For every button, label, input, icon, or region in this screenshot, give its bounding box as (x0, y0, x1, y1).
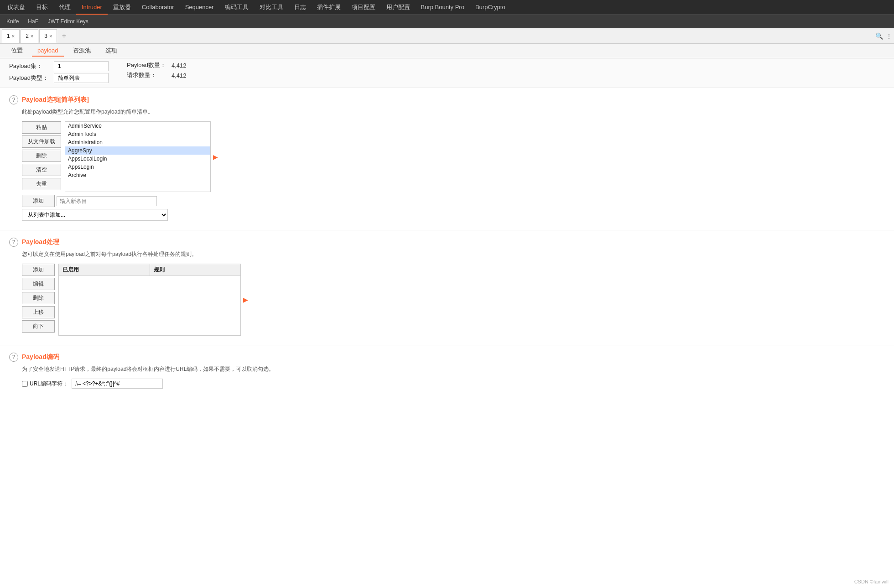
url-encode-label-text: URL编码字符： (30, 380, 68, 388)
sub-tab-options[interactable]: 选项 (100, 45, 123, 57)
delete-button[interactable]: 删除 (22, 150, 61, 162)
sub-tab-payload[interactable]: payload (32, 45, 64, 57)
list-item[interactable]: AppsLocalLogin (65, 155, 210, 163)
payload-set-select[interactable]: 1 (54, 61, 109, 71)
payload-set-row: Payload集： 1 (9, 61, 109, 71)
menu-item-project-config[interactable]: 项目配置 (346, 0, 381, 15)
processing-table-header: 已启用 规则 (59, 264, 240, 276)
request-count-label: 请求数量： (127, 71, 168, 79)
payload-processing-desc: 您可以定义在使用payload之前对每个payload执行各种处理任务的规则。 (22, 250, 885, 258)
processing-up-button[interactable]: 上移 (22, 306, 55, 318)
payload-processing-section: ? Payload处理 您可以定义在使用payload之前对每个payload执… (0, 230, 894, 345)
clear-button[interactable]: 清空 (22, 164, 61, 176)
tool-hae[interactable]: HaE (23, 15, 43, 28)
menu-item-logger[interactable]: 日志 (289, 0, 312, 15)
menu-item-user-config[interactable]: 用户配置 (381, 0, 416, 15)
processing-scroll-arrow[interactable]: ▶ (243, 296, 248, 303)
processing-add-button[interactable]: 添加 (22, 264, 55, 276)
paste-button[interactable]: 粘贴 (22, 121, 61, 134)
payload-type-row: Payload类型： 简单列表 (9, 73, 109, 83)
add-entry-input[interactable] (57, 196, 157, 206)
processing-edit-button[interactable]: 编辑 (22, 278, 55, 290)
payload-count-label: Payload数量： (127, 61, 168, 69)
tab-1-close[interactable]: × (12, 29, 15, 43)
payload-encoding-help-icon[interactable]: ? (9, 353, 18, 362)
list-item[interactable]: AdminTools (65, 130, 210, 138)
menu-item-repeater[interactable]: 重放器 (108, 0, 136, 15)
payload-count-value: 4,412 (172, 62, 187, 69)
menu-item-dashboard[interactable]: 仪表盘 (2, 0, 31, 15)
processing-buttons-group: 添加 编辑 删除 上移 向下 (22, 264, 55, 333)
menu-item-target[interactable]: 目标 (31, 0, 53, 15)
tab-1-label: 1 (7, 29, 10, 43)
payload-processing-help-icon[interactable]: ? (9, 238, 18, 247)
payload-options-desc: 此处payload类型允许您配置用作payload的简单清单。 (22, 108, 885, 116)
request-count-value: 4,412 (172, 72, 187, 79)
load-file-button[interactable]: 从文件加载 (22, 135, 61, 148)
payload-set-label: Payload集： (9, 62, 50, 70)
url-encode-label[interactable]: URL编码字符： (22, 380, 68, 388)
payload-encoding-section: ? Payload编码 为了安全地发送HTTP请求，最终的payload将会对框… (0, 345, 894, 398)
tool-jwt[interactable]: JWT Editor Keys (43, 15, 93, 28)
payload-encoding-desc: 为了安全地发送HTTP请求，最终的payload将会对框框内容进行URL编码，如… (22, 365, 885, 373)
list-scroll-arrow[interactable]: ▶ (213, 153, 218, 161)
menu-item-collaborator[interactable]: Collaborator (136, 0, 180, 15)
dedup-button[interactable]: 去重 (22, 178, 61, 190)
payload-list[interactable]: AdminService AdminTools Administration A… (65, 121, 211, 192)
payload-options-title: Payload选项[简单列表] (22, 96, 89, 104)
list-item[interactable]: AdminService (65, 122, 210, 130)
tool-knife[interactable]: Knife (2, 15, 23, 28)
payload-list-wrapper: AdminService AdminTools Administration A… (65, 121, 211, 192)
payload-options-header: ? Payload选项[简单列表] (9, 95, 885, 104)
tab-3-close[interactable]: × (49, 29, 52, 43)
processing-delete-button[interactable]: 删除 (22, 292, 55, 304)
menu-item-proxy[interactable]: 代理 (53, 0, 76, 15)
list-item[interactable]: Administration (65, 138, 210, 146)
encode-row: URL编码字符： (22, 379, 885, 389)
tab-2-close[interactable]: × (31, 29, 33, 43)
tool-bar: Knife HaE JWT Editor Keys (0, 15, 894, 28)
tab-add-button[interactable]: + (58, 30, 70, 42)
payload-encoding-header: ? Payload编码 (9, 353, 885, 362)
sub-tab-position[interactable]: 位置 (5, 45, 28, 57)
tab-1[interactable]: 1 × (2, 29, 20, 43)
url-encode-checkbox[interactable] (22, 381, 28, 387)
menu-item-comparer[interactable]: 对比工具 (254, 0, 289, 15)
menu-item-extensions[interactable]: 插件扩展 (312, 0, 346, 15)
request-count-row: 请求数量： 4,412 (127, 71, 187, 79)
url-encode-chars-input[interactable] (72, 379, 163, 389)
menu-item-encoder[interactable]: 编码工具 (219, 0, 254, 15)
tab-3[interactable]: 3 × (39, 29, 57, 43)
payload-processing-header: ? Payload处理 (9, 238, 885, 247)
watermark: CSDN ©fainwill (854, 579, 889, 584)
list-item[interactable]: AggreSpy (65, 146, 210, 155)
payload-options-help-icon[interactable]: ? (9, 95, 18, 104)
list-item[interactable]: AppsLogin (65, 163, 210, 171)
menu-item-intruder[interactable]: Intruder (76, 0, 108, 15)
sub-tab-resource[interactable]: 资源池 (68, 45, 96, 57)
menu-item-burp-bounty[interactable]: Burp Bounty Pro (416, 0, 470, 15)
main-content: Payload集： 1 Payload类型： 简单列表 Payload数量： (0, 58, 894, 588)
tab-search-icon[interactable]: 🔍 (875, 32, 883, 40)
processing-down-button[interactable]: 向下 (22, 320, 55, 333)
col-rule: 规则 (150, 264, 241, 276)
payload-options-section: ? Payload选项[简单列表] 此处payload类型允许您配置用作payl… (0, 88, 894, 230)
processing-table-body[interactable] (59, 276, 240, 335)
payload-type-select-wrapper[interactable]: 简单列表 (54, 73, 109, 83)
tab-menu-icon[interactable]: ⋮ (886, 32, 892, 40)
add-from-list-select[interactable]: 从列表中添加... (22, 209, 168, 221)
tab-2[interactable]: 2 × (21, 29, 38, 43)
sub-tab-bar: 位置 payload 资源池 选项 (0, 44, 894, 58)
processing-table-wrapper: 已启用 规则 ▶ (58, 264, 241, 336)
tab-2-label: 2 (26, 29, 29, 43)
menu-bar: 仪表盘 目标 代理 Intruder 重放器 Collaborator Sequ… (0, 0, 894, 15)
payload-set-select-wrapper[interactable]: 1 (54, 61, 109, 71)
menu-item-sequencer[interactable]: Sequencer (180, 0, 219, 15)
add-entry-button[interactable]: 添加 (22, 195, 55, 207)
payload-type-select[interactable]: 简单列表 (54, 73, 109, 83)
menu-item-burpcrypto[interactable]: BurpCrypto (470, 0, 511, 15)
tab-3-label: 3 (44, 29, 47, 43)
processing-area: 添加 编辑 删除 上移 向下 已启用 规则 ▶ (22, 264, 885, 336)
list-item[interactable]: Archive (65, 171, 210, 179)
add-entry-row: 添加 (22, 195, 885, 207)
